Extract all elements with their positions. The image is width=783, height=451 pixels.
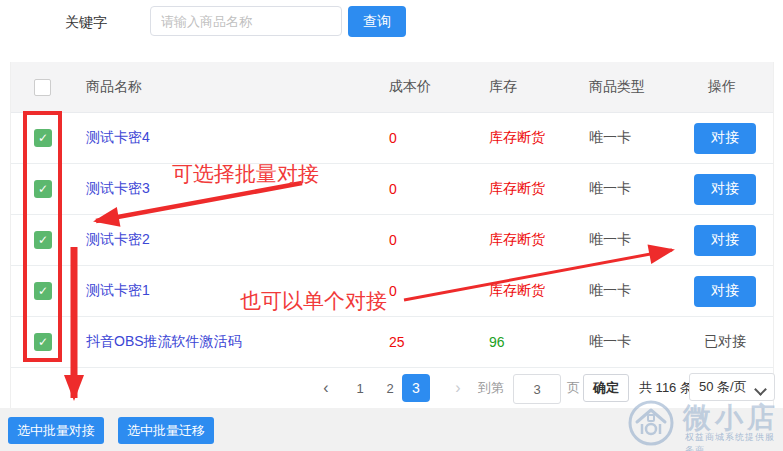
chevron-left-icon[interactable]: ‹ (315, 368, 337, 408)
product-name-link[interactable]: 抖音OBS推流软件激活码 (86, 317, 242, 367)
row-checkbox[interactable] (34, 180, 52, 198)
row-checkbox[interactable] (34, 333, 52, 351)
product-type: 唯一卡 (589, 317, 631, 367)
table-row: 测试卡密2 0 库存断货 唯一卡 对接 (11, 215, 773, 266)
keyword-label: 关键字 (65, 14, 107, 32)
table-row: 抖音OBS推流软件激活码 25 96 唯一卡 已对接 (11, 317, 773, 368)
cost-value: 0 (389, 266, 397, 316)
stock-status: 库存断货 (489, 164, 545, 214)
product-type: 唯一卡 (589, 164, 631, 214)
search-input[interactable] (150, 6, 342, 36)
cost-value: 0 (389, 215, 397, 265)
batch-migrate-button[interactable]: 选中批量迁移 (118, 417, 214, 444)
row-checkbox[interactable] (34, 282, 52, 300)
row-checkbox[interactable] (34, 129, 52, 147)
product-table: 商品名称 成本价 库存 商品类型 操作 测试卡密4 0 库存断货 唯一卡 对接 … (10, 62, 774, 408)
connect-button[interactable]: 对接 (694, 276, 756, 307)
page-button-2[interactable]: 2 (379, 368, 401, 408)
page-size-select[interactable]: 50 条/页 (689, 373, 775, 401)
product-name-link[interactable]: 测试卡密3 (86, 164, 150, 214)
header-name: 商品名称 (86, 62, 142, 112)
batch-connect-button[interactable]: 选中批量对接 (8, 417, 104, 444)
cost-value: 0 (389, 164, 397, 214)
pagination-bar: ‹ 1 2 3 › 到第 页 确定 共 116 条 50 条/页 (11, 368, 773, 408)
table-header-row: 商品名称 成本价 库存 商品类型 操作 (11, 62, 773, 113)
stock-value: 96 (489, 317, 505, 367)
header-action: 操作 (708, 62, 736, 112)
confirm-button[interactable]: 确定 (583, 374, 629, 402)
table-row: 测试卡密4 0 库存断货 唯一卡 对接 (11, 113, 773, 164)
page-button-1[interactable]: 1 (349, 368, 371, 408)
chevron-down-icon (754, 383, 767, 396)
page-word-label: 页 (567, 368, 580, 408)
stock-status: 库存断货 (489, 215, 545, 265)
connect-button[interactable]: 对接 (694, 123, 756, 154)
connect-button[interactable]: 对接 (694, 174, 756, 205)
product-name-link[interactable]: 测试卡密4 (86, 113, 150, 163)
product-name-link[interactable]: 测试卡密1 (86, 266, 150, 316)
row-checkbox[interactable] (34, 231, 52, 249)
product-name-link[interactable]: 测试卡密2 (86, 215, 150, 265)
header-type: 商品类型 (589, 62, 645, 112)
table-row: 测试卡密3 0 库存断货 唯一卡 对接 (11, 164, 773, 215)
total-count-label: 共 116 条 (639, 368, 693, 408)
page-size-value: 50 条/页 (699, 378, 747, 396)
page-button-active[interactable]: 3 (402, 374, 430, 402)
table-row: 测试卡密1 0 库存断货 唯一卡 对接 (11, 266, 773, 317)
product-type: 唯一卡 (589, 215, 631, 265)
stock-status: 库存断货 (489, 266, 545, 316)
product-type: 唯一卡 (589, 113, 631, 163)
header-stock: 库存 (489, 62, 517, 112)
product-type: 唯一卡 (589, 266, 631, 316)
goto-page-input[interactable] (513, 374, 561, 404)
stock-status: 库存断货 (489, 113, 545, 163)
goto-page-label: 到第 (478, 368, 504, 408)
cost-value: 0 (389, 113, 397, 163)
connect-button[interactable]: 对接 (694, 225, 756, 256)
cost-value: 25 (389, 317, 405, 367)
footer-bar: 选中批量对接 选中批量迁移 (0, 408, 783, 451)
select-all-checkbox[interactable] (34, 79, 51, 96)
chevron-right-icon[interactable]: › (447, 368, 469, 408)
connected-status: 已对接 (704, 317, 746, 367)
search-button[interactable]: 查询 (348, 6, 406, 37)
header-cost: 成本价 (389, 62, 431, 112)
